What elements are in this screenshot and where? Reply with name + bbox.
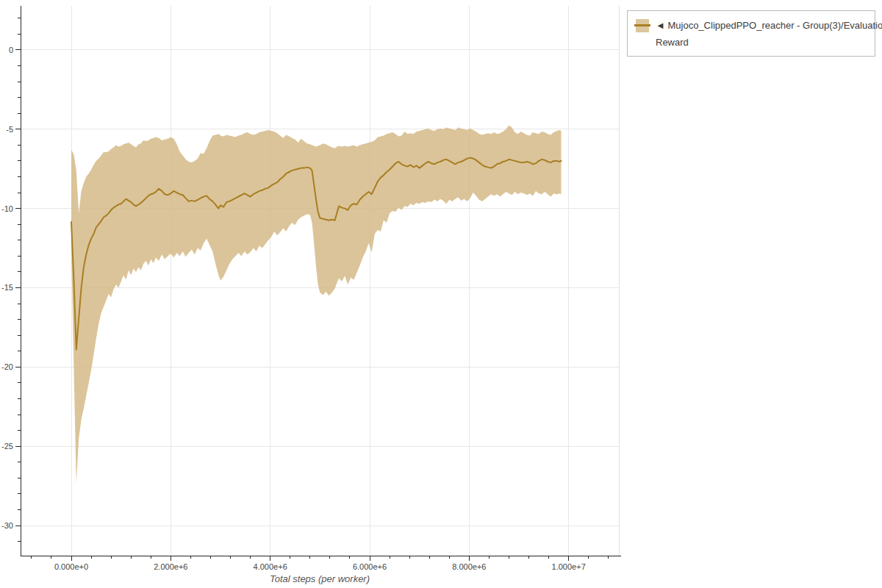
legend-band-swatch: [634, 19, 650, 32]
y-tick-label: 0: [9, 46, 13, 54]
legend-mean-line: [634, 24, 650, 26]
y-tick-label: -15: [1, 283, 13, 292]
y-tick-label: -10: [1, 204, 13, 213]
band-layer: [71, 125, 562, 482]
x-tick-label: 8.000e+6: [452, 562, 486, 571]
x-tick-label: 6.000e+6: [353, 562, 387, 571]
y-tick-label: -25: [1, 442, 13, 451]
confidence-band: [71, 125, 562, 482]
legend-label: ◄ Mujoco_ClippedPPO_reacher - Group(3)/E…: [656, 17, 882, 51]
x-tick-label: 2.000e+6: [154, 562, 187, 571]
y-tick-label: -5: [6, 125, 13, 134]
legend-label-line1: ◄ Mujoco_ClippedPPO_reacher - Group(3)/E…: [656, 17, 882, 34]
x-tick-label: 0.000e+0: [54, 562, 88, 571]
legend-label-line2: Reward: [656, 34, 882, 51]
dashboard-page: 0.000e+02.000e+64.000e+66.000e+68.000e+6…: [0, 0, 882, 588]
y-tick-label: -30: [1, 521, 13, 530]
y-tick-label: -20: [1, 362, 13, 371]
x-axis-title: Total steps (per worker): [270, 573, 370, 584]
evaluation-reward-chart[interactable]: 0.000e+02.000e+64.000e+66.000e+68.000e+6…: [0, 0, 882, 588]
x-tick-label: 1.000e+7: [552, 562, 586, 571]
x-tick-label: 4.000e+6: [254, 562, 287, 571]
chart-legend[interactable]: ◄ Mujoco_ClippedPPO_reacher - Group(3)/E…: [627, 10, 875, 57]
